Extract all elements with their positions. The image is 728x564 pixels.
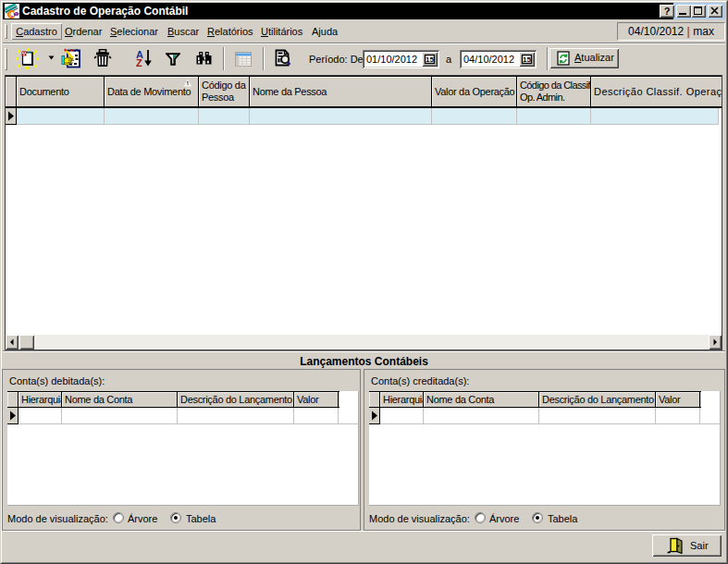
svg-text:15: 15 bbox=[426, 55, 434, 64]
svg-text:15: 15 bbox=[523, 55, 531, 64]
